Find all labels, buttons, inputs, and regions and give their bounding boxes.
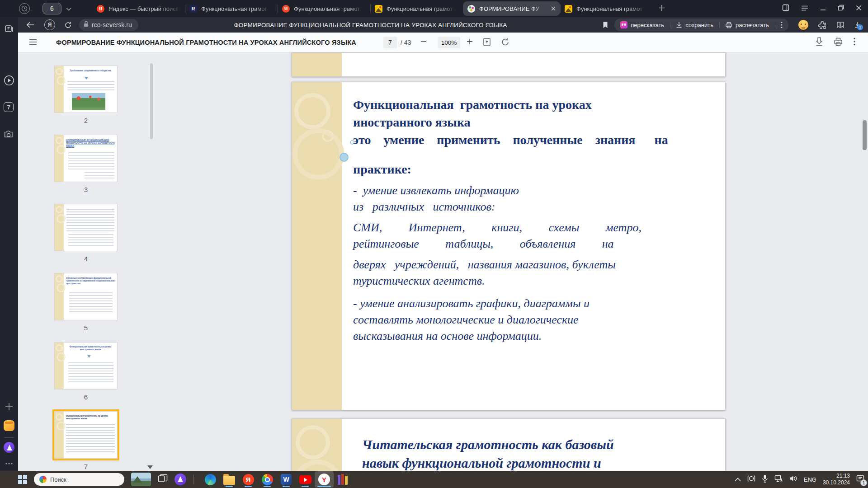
decor-ring [322, 130, 334, 142]
widgets-weather-button[interactable] [131, 473, 151, 486]
tab-functional-literacy-1[interactable]: R Функциональная грамот [185, 0, 278, 17]
microphone-tray-icon[interactable] [762, 474, 768, 484]
slide-text-line: - умение извлекать информацию [353, 183, 722, 199]
thumbnails-scrollbar[interactable] [150, 63, 153, 139]
word-app-icon[interactable]: W [277, 471, 296, 488]
side-panel-icon[interactable] [782, 4, 789, 13]
thumbnail-page-3[interactable]: ФОРМИРОВАНИЕ ФУНКЦИОНАЛЬНОЙ ГРАМОТНОСТИ … [54, 135, 118, 182]
pdf-content: Требования современного общества 2 ФОРМИ… [18, 52, 868, 471]
main-scrollbar-thumb[interactable] [863, 120, 867, 150]
pdf-print-icon[interactable] [834, 38, 843, 48]
zoom-level[interactable]: 100% [438, 37, 460, 48]
seven-panel-icon[interactable]: 7 [4, 102, 14, 112]
pdf-download-icon[interactable] [816, 37, 823, 48]
chrome-app-icon[interactable] [258, 471, 277, 488]
slide-body: Функциональная грамотность на уроках ино… [353, 96, 722, 344]
panels-icon[interactable] [4, 23, 14, 34]
collections-icon[interactable] [836, 21, 844, 28]
decor-ring [292, 128, 344, 180]
thumbnail-page-5[interactable]: Основные составляющие функциональной гра… [54, 273, 118, 320]
camera-tray-icon[interactable] [747, 475, 755, 484]
minimize-icon[interactable] [820, 5, 826, 13]
pdf-more-icon[interactable] [854, 38, 855, 47]
alice-taskbar-icon[interactable] [175, 474, 186, 485]
taskbar-search[interactable]: Поиск [34, 473, 124, 486]
more-actions-button[interactable] [775, 19, 788, 31]
tray-expand-icon[interactable] [735, 475, 741, 483]
new-tab-icon[interactable] [658, 5, 665, 13]
language-indicator[interactable]: ENG [804, 476, 816, 483]
downloads-button[interactable]: 1 [854, 22, 861, 28]
task-view-icon[interactable] [158, 474, 168, 485]
thumbnail-page-2[interactable]: Требования современного общества [54, 66, 118, 113]
yandex-favicon: Я [282, 5, 290, 13]
screenshot-camera-icon[interactable] [4, 129, 14, 140]
tab-functional-literacy-4[interactable]: Функциональная грамот [560, 0, 653, 17]
tab-counter[interactable]: 6 [42, 3, 61, 14]
chevron-down-icon[interactable] [66, 5, 71, 13]
start-button[interactable] [18, 475, 27, 484]
pdf-menu-icon[interactable] [29, 39, 37, 47]
rotate-icon[interactable] [501, 38, 510, 48]
pdf-page-6-partial [292, 52, 726, 77]
screen: 6 Я Яндекс — быстрый поиск R Функциональ… [0, 0, 868, 488]
more-dots-icon[interactable] [4, 458, 14, 469]
tab-active-formirovanie[interactable]: ФОРМИРОВАНИЕ ФУ [463, 1, 560, 16]
zoom-in-icon[interactable] [467, 38, 473, 47]
yandex-app-icon[interactable]: Я [239, 471, 258, 488]
edge-app-icon[interactable] [201, 471, 220, 488]
back-icon[interactable] [26, 22, 34, 28]
fit-page-icon[interactable] [483, 38, 491, 48]
thumbnail-page-7-active[interactable]: Функциональная грамотность на уроках ино… [54, 411, 118, 459]
add-panel-icon[interactable] [4, 401, 14, 412]
clock[interactable]: 21:13 30.10.2024 [823, 473, 850, 486]
tab-title: Яндекс — быстрый поиск [108, 5, 180, 12]
yandex-browser-app-icon[interactable]: Y [315, 471, 334, 488]
zoom-out-icon[interactable] [420, 38, 427, 47]
page-number-input[interactable]: 7 [383, 37, 397, 48]
history-icon[interactable] [19, 3, 30, 14]
thumbnail-page-6[interactable]: Функциональная грамотность на уроках ино… [54, 342, 118, 389]
yandex-button[interactable]: Я [44, 19, 55, 30]
profile-mask-icon[interactable] [798, 20, 808, 30]
bookmark-flag-icon[interactable] [603, 21, 608, 28]
extensions-puzzle-icon[interactable] [818, 21, 826, 29]
thumbnails-scroll-down-icon[interactable] [147, 465, 153, 469]
thumb-title: Основные составляющие функциональной гра… [66, 277, 115, 285]
thumbnail-page-4[interactable] [54, 204, 118, 251]
taskbar: Поиск Я W Y [0, 471, 868, 488]
thumb-text-lines [67, 81, 114, 91]
flowers-favicon [467, 5, 475, 13]
retell-button[interactable]: пересказать [614, 19, 670, 31]
main-scrollbar[interactable] [862, 52, 867, 471]
download-icon [676, 22, 682, 28]
winrar-app-icon[interactable] [334, 471, 353, 488]
save-button[interactable]: сохранить [670, 19, 719, 31]
thumb-number: 4 [54, 255, 118, 263]
thumb-number: 7 [54, 463, 118, 470]
thumb-number: 5 [54, 324, 118, 332]
tab-functional-literacy-2[interactable]: Я Функциональная грамот [278, 0, 370, 17]
refresh-icon[interactable] [64, 21, 72, 29]
menu-icon[interactable] [801, 5, 808, 13]
youtube-app-icon[interactable] [296, 471, 315, 488]
close-tab-icon[interactable] [551, 5, 556, 12]
thumb-arrow-icon [85, 77, 88, 80]
tabs: Я Яндекс — быстрый поиск R Функциональна… [92, 0, 653, 17]
close-window-icon[interactable] [856, 5, 862, 13]
slide-text-line: рейтинговые таблицы, объявления на [353, 236, 722, 252]
alice-icon[interactable] [4, 442, 14, 453]
address-bar[interactable]: rco-seversk.ru [79, 19, 138, 31]
network-tray-icon[interactable] [774, 475, 783, 484]
volume-tray-icon[interactable] [789, 475, 797, 484]
print-button[interactable]: распечатать [719, 19, 775, 31]
notifications-icon[interactable]: 1 [856, 474, 864, 484]
restore-icon[interactable] [838, 5, 844, 13]
search-icon [39, 476, 47, 483]
file-explorer-icon[interactable] [220, 471, 239, 488]
video-play-icon[interactable] [4, 75, 14, 86]
tab-functional-literacy-3[interactable]: Функциональная грамот [370, 0, 463, 17]
games-app-icon[interactable] [4, 420, 14, 431]
tab-yandex-search[interactable]: Я Яндекс — быстрый поиск [92, 0, 185, 17]
tab-title: ФОРМИРОВАНИЕ ФУ [479, 5, 549, 12]
